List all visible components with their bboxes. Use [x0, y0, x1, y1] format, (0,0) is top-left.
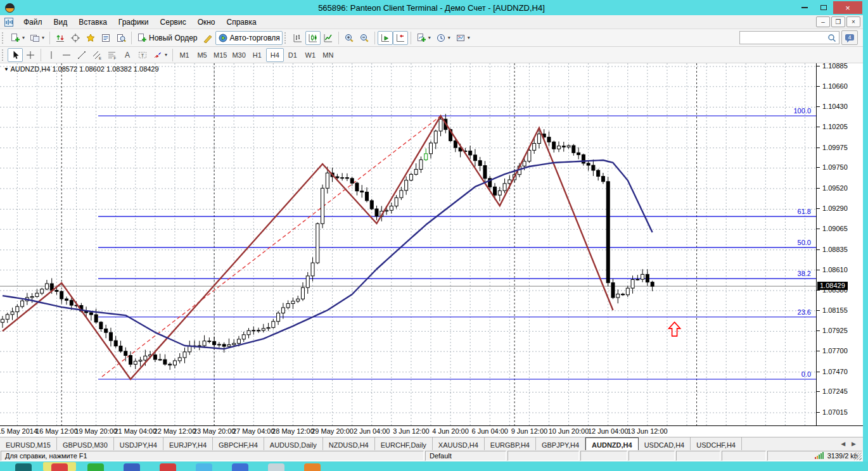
close-button[interactable]: × [833, 1, 862, 14]
periods-button[interactable]: ▾ [433, 31, 453, 45]
tab-usdjpy-h4[interactable]: USDJPY,H4 [114, 437, 163, 450]
new-order-button[interactable]: Новый Ордер [134, 31, 200, 45]
channel-tool-button[interactable]: E [89, 48, 105, 62]
zoom-in-button[interactable] [341, 31, 357, 45]
taskbar-app-9[interactable] [304, 463, 321, 471]
chat-bubble-icon: 4 [844, 33, 855, 43]
data-window-button[interactable] [113, 31, 129, 45]
tab-eurgbp-h4[interactable]: EURGBP,H4 [485, 437, 536, 450]
timeframe-m30[interactable]: M30 [229, 48, 248, 62]
timeframe-w1[interactable]: W1 [302, 48, 319, 62]
text-tool-button[interactable]: A [120, 48, 135, 62]
metaeditor-button[interactable] [200, 31, 215, 45]
candlestick-chart-button[interactable] [305, 31, 321, 45]
timeframe-mn[interactable]: MN [319, 48, 337, 62]
tab-gbpusd-m30[interactable]: GBPUSD,M30 [57, 437, 114, 450]
arrows-tool-button[interactable]: ▾ [150, 48, 170, 62]
timeframe-d1[interactable]: D1 [284, 48, 302, 62]
menu-item-5[interactable]: Сервис [155, 16, 192, 28]
maximize-button[interactable] [814, 3, 833, 13]
toolbar-grip[interactable] [284, 32, 288, 44]
current-price-tag: 1.08429 [817, 282, 848, 290]
zoom-out-icon [359, 33, 369, 43]
menu-item-1[interactable]: Файл [18, 16, 48, 28]
fib-level-label-50.0: 50.0 [798, 239, 811, 246]
menu-item-7[interactable]: Справка [221, 16, 262, 28]
taskbar-app-2[interactable] [51, 463, 68, 471]
autotrade-button[interactable]: Авто-торговля [215, 31, 283, 45]
menu-item-2[interactable]: Вид [48, 16, 73, 28]
price-tick: 1.08610 [822, 266, 848, 273]
chart-minimize-button[interactable]: – [816, 16, 830, 27]
tab-scroll-right-icon[interactable]: ▶ [848, 441, 859, 447]
menu-item-6[interactable]: Окно [192, 16, 221, 28]
tab-gbpjpy-h4[interactable]: GBPJPY,H4 [536, 437, 585, 450]
chart-plot[interactable]: 100.061.850.038.223.60.0 [0, 63, 816, 425]
time-tick: 6 Jun 04:00 [471, 427, 508, 435]
tab-usdcad-h4[interactable]: USDCAD,H4 [639, 437, 691, 450]
tab-audusd-daily[interactable]: AUDUSD,Daily [264, 437, 323, 450]
tick-chart-button[interactable] [53, 31, 68, 45]
price-axis[interactable]: 1.108851.106601.104301.102051.099751.097… [816, 63, 863, 425]
taskbar-app-1[interactable] [15, 463, 32, 471]
tab-gbpchf-h4[interactable]: GBPCHF,H4 [213, 437, 264, 450]
menu-item-3[interactable]: Вставка [73, 16, 113, 28]
fibonacci-tool-button[interactable]: F [105, 48, 120, 62]
tab-nzdusd-h4[interactable]: NZDUSD,H4 [323, 437, 375, 450]
search-icon[interactable] [827, 33, 837, 44]
tab-audnzd-h4[interactable]: AUDNZD,H4 [585, 437, 639, 450]
tab-eurusd-m15[interactable]: EURUSD,M15 [0, 437, 57, 450]
tab-eurchf-daily[interactable]: EURCHF,Daily [375, 437, 433, 450]
tab-scroll-left-icon[interactable]: ◀ [838, 441, 848, 447]
cursor-tool-button[interactable] [8, 48, 23, 62]
status-profile[interactable]: Default [425, 451, 506, 461]
crosshair-tool-button[interactable] [23, 48, 38, 62]
taskbar-app-5[interactable] [160, 463, 176, 471]
indicators-icon [416, 33, 426, 43]
trendline-tool-button[interactable] [74, 48, 89, 62]
community-chat-button[interactable]: 4 [841, 30, 858, 45]
vertical-line-tool-button[interactable] [44, 48, 59, 62]
timeframe-h4[interactable]: H4 [266, 48, 284, 62]
favorites-button[interactable] [83, 31, 98, 45]
horizontal-line-tool-button[interactable] [59, 48, 74, 62]
tab-usdchf-h4[interactable]: USDCHF,H4 [691, 437, 742, 450]
indicators-button[interactable]: ▾ [414, 31, 433, 45]
chart-restore-button[interactable]: ❒ [831, 16, 845, 27]
tab-eurjpy-h4[interactable]: EURJPY,H4 [163, 437, 213, 450]
market-watch-button[interactable] [98, 31, 113, 45]
time-tick: 3 Jun 12:00 [393, 427, 430, 435]
menu-item-4[interactable]: Графики [113, 16, 155, 28]
chart-close-button[interactable]: × [846, 16, 860, 27]
crosshair-target-button[interactable] [68, 31, 83, 45]
timeframe-m5[interactable]: M5 [193, 48, 211, 62]
chart-shift-button[interactable] [393, 31, 408, 45]
taskbar-app-7[interactable] [232, 463, 248, 471]
zoom-out-button[interactable] [357, 31, 372, 45]
taskbar-app-8[interactable] [268, 463, 284, 471]
line-chart-button[interactable] [321, 31, 336, 45]
toolbar-grip[interactable] [2, 49, 5, 61]
time-axis[interactable]: 15 May 201416 May 12:0019 May 20:0021 Ma… [0, 425, 863, 437]
time-tick: 10 Jun 20:00 [549, 427, 589, 435]
toolbar-grip[interactable] [2, 32, 5, 44]
resize-grip[interactable] [854, 453, 862, 460]
taskbar-app-6[interactable] [196, 463, 212, 471]
taskbar-app-4[interactable] [124, 463, 140, 471]
timeframe-m1[interactable]: M1 [176, 48, 193, 62]
profiles-button[interactable]: ▾ [27, 31, 47, 45]
text-label-tool-button[interactable]: T [135, 48, 150, 62]
auto-scroll-button[interactable] [378, 31, 393, 45]
bar-chart-button[interactable] [290, 31, 305, 45]
search-input[interactable] [739, 31, 839, 44]
timeframe-h1[interactable]: H1 [248, 48, 266, 62]
minimize-button[interactable] [795, 3, 814, 13]
templates-button[interactable]: ▾ [453, 31, 473, 45]
tab-xauusd-h4[interactable]: XAUUSD,H4 [433, 437, 485, 450]
windows-taskbar[interactable] [0, 462, 868, 471]
timeframe-m15[interactable]: M15 [211, 48, 229, 62]
time-tick: 27 May 04:00 [233, 427, 275, 435]
new-chart-button[interactable]: ▾ [8, 31, 27, 45]
taskbar-app-3[interactable] [87, 463, 104, 471]
collapse-arrow-icon[interactable]: ▼ [4, 66, 9, 72]
